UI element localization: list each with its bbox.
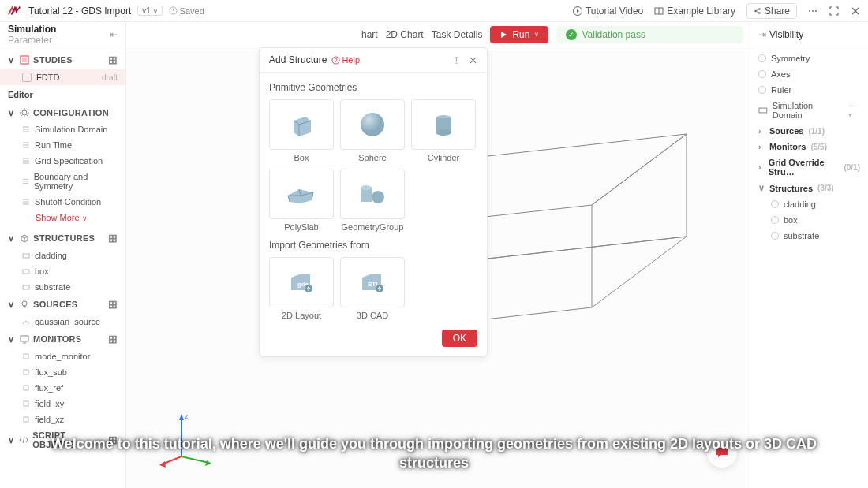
tab-parameter[interactable]: Parameter — [8, 35, 52, 46]
tree-item-grid-spec[interactable]: Grid Specification — [0, 153, 125, 169]
validation-status: ✓ Validation pass — [556, 26, 743, 43]
section-monitors[interactable]: ∨ MONITORS ⊞ — [0, 330, 125, 348]
svg-rect-14 — [23, 285, 29, 289]
document-title: Tutorial 12 - GDS Import — [28, 6, 131, 17]
share-button[interactable]: Share — [746, 3, 797, 19]
svg-rect-18 — [24, 354, 28, 359]
vis-ruler[interactable]: Ruler — [750, 82, 868, 98]
struct-icon — [22, 267, 30, 275]
checkmark-icon: ✓ — [566, 29, 577, 40]
svg-point-35 — [436, 129, 451, 136]
add-structure-modal: Add Structure ? Help Primitive Geometrie… — [259, 47, 488, 357]
import-3d-cad[interactable]: STL 3D CAD — [340, 257, 405, 320]
tree-item-boundary[interactable]: Boundary and Symmetry — [0, 169, 125, 194]
add-study-icon[interactable]: ⊞ — [108, 54, 118, 66]
svg-line-8 — [756, 11, 758, 13]
tree-item-mode-monitor[interactable]: mode_monitor — [0, 348, 125, 364]
section-script-objects[interactable]: ∨ SCRIPT OBJECTS ⊞ — [0, 427, 125, 453]
svg-rect-13 — [23, 270, 29, 274]
tree-item-box[interactable]: box — [0, 263, 125, 279]
collapse-left-icon[interactable]: ⇤ — [110, 29, 118, 40]
tree-item-gaussian-source[interactable]: gaussian_source — [0, 314, 125, 330]
book-icon — [654, 6, 664, 16]
geom-polyslab[interactable]: PolySlab — [269, 169, 334, 232]
mon-icon — [22, 384, 30, 392]
svg-rect-12 — [23, 254, 29, 258]
add-monitor-icon[interactable]: ⊞ — [108, 333, 118, 345]
add-script-icon[interactable]: ⊞ — [108, 434, 118, 446]
struct-icon — [22, 283, 30, 291]
tree-item-field-xz[interactable]: field_xz — [0, 412, 125, 427]
fullscreen-icon[interactable] — [829, 6, 840, 17]
svg-marker-27 — [205, 460, 211, 466]
tree-item-fdtd[interactable]: FDTD draft — [0, 69, 125, 85]
modal-title: Add Structure — [269, 54, 327, 65]
add-source-icon[interactable]: ⊞ — [108, 298, 118, 311]
svg-rect-43 — [759, 108, 767, 113]
play-icon — [573, 6, 582, 16]
geom-box[interactable]: Box — [269, 99, 334, 162]
show-more-link[interactable]: Show More ∨ — [0, 210, 125, 229]
vis-sources[interactable]: ›Sources(1/1) — [750, 123, 868, 139]
geom-group[interactable]: GeometryGroup — [340, 169, 405, 232]
svg-rect-10 — [22, 58, 27, 62]
vis-monitors[interactable]: ›Monitors(5/5) — [750, 139, 868, 155]
vis-symmetry[interactable]: Symmetry — [750, 50, 868, 66]
import-2d-layout[interactable]: gds 2D Layout — [269, 257, 334, 320]
struct-icon — [22, 251, 30, 259]
vis-cladding[interactable]: cladding — [750, 196, 868, 212]
gear-icon — [19, 107, 30, 118]
more-menu-icon[interactable]: ⋯ — [808, 6, 817, 17]
vis-sim-domain[interactable]: Simulation Domain ⋯▾ — [750, 98, 868, 123]
example-library-link[interactable]: Example Library — [654, 6, 735, 17]
primitive-section-title: Primitive Geometries — [269, 82, 477, 93]
domain-menu-icon[interactable]: ⋯▾ — [848, 102, 860, 119]
tab-2d-chart[interactable]: 2D Chart — [386, 29, 424, 40]
vis-grid-override[interactable]: ›Grid Override Stru…(0/1) — [750, 155, 868, 180]
svg-rect-21 — [24, 401, 28, 406]
run-button[interactable]: Run ∨ — [490, 26, 548, 43]
geom-cylinder[interactable]: Cylinder — [411, 99, 476, 162]
expand-right-icon[interactable]: ⇥ — [758, 29, 766, 40]
tutorial-video-link[interactable]: Tutorial Video — [573, 6, 643, 17]
version-badge[interactable]: v1 ∨ — [137, 6, 162, 16]
tree-item-cladding[interactable]: cladding — [0, 248, 125, 263]
tree-item-flux-ref[interactable]: flux_ref — [0, 380, 125, 396]
editor-label: Editor — [0, 85, 125, 104]
chat-fab[interactable] — [706, 437, 738, 468]
tree-item-substrate[interactable]: substrate — [0, 279, 125, 295]
tree-item-shutoff[interactable]: Shutoff Condition — [0, 194, 125, 210]
section-studies[interactable]: ∨ STUDIES ⊞ — [0, 50, 125, 69]
svg-point-37 — [361, 185, 372, 190]
vis-axes[interactable]: Axes — [750, 66, 868, 82]
vis-structures[interactable]: ∨Structures(3/3) — [750, 180, 868, 196]
section-sources[interactable]: ∨ SOURCES ⊞ — [0, 295, 125, 314]
help-link[interactable]: ? Help — [331, 55, 360, 65]
section-structures[interactable]: ∨ STRUCTURES ⊞ — [0, 229, 125, 248]
mon-icon — [22, 368, 30, 376]
mon-icon — [22, 352, 30, 360]
section-configuration[interactable]: ∨ CONFIGURATION — [0, 104, 125, 121]
ok-button[interactable]: OK — [442, 330, 477, 347]
tree-item-field-xy[interactable]: field_xy — [0, 396, 125, 412]
import-section-title: Import Geometries from — [269, 240, 477, 251]
tab-simulation[interactable]: Simulation — [8, 24, 56, 35]
share-icon — [754, 7, 761, 15]
tree-item-flux-sub[interactable]: flux_sub — [0, 364, 125, 380]
vis-substrate[interactable]: substrate — [750, 228, 868, 244]
close-icon[interactable] — [851, 6, 860, 16]
list-icon — [22, 125, 30, 133]
tab-task-details[interactable]: Task Details — [432, 29, 483, 40]
geom-sphere[interactable]: Sphere — [340, 99, 405, 162]
tree-item-run-time[interactable]: Run Time — [0, 137, 125, 153]
modal-pin-icon[interactable] — [452, 56, 461, 65]
source-icon — [22, 318, 30, 326]
vis-box[interactable]: box — [750, 212, 868, 228]
clock-icon — [169, 6, 178, 15]
add-structure-icon[interactable]: ⊞ — [108, 232, 118, 244]
visibility-title: Visibility — [769, 29, 803, 40]
axes-gizmo[interactable]: z — [158, 409, 221, 472]
modal-close-icon[interactable] — [469, 56, 477, 65]
tab-hart-partial[interactable]: hart — [361, 29, 378, 40]
tree-item-simulation-domain[interactable]: Simulation Domain — [0, 121, 125, 137]
